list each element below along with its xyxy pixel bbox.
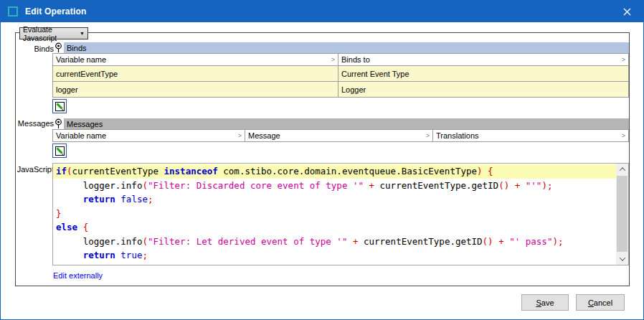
table-row[interactable]: currentEventTypeCurrent Event Type xyxy=(53,65,628,81)
binds-label: Binds xyxy=(1,44,54,53)
code-line[interactable]: logger.info("Filter: Discarded core even… xyxy=(53,179,616,193)
code-editor-lines: if(currentEventType instanceof com.stibo… xyxy=(53,164,616,265)
column-chevron-icon: > xyxy=(426,132,430,139)
column-chevron-icon: > xyxy=(622,56,625,63)
column-header-variable-name[interactable]: Variable name > xyxy=(53,130,245,141)
table-row[interactable]: loggerLogger xyxy=(53,81,628,97)
edit-pencil-icon xyxy=(55,101,65,112)
scrollbar-thumb[interactable] xyxy=(617,176,628,252)
column-label: Variable name xyxy=(56,131,106,140)
window-title: Edit Operation xyxy=(25,6,86,17)
column-header-message[interactable]: Message > xyxy=(245,130,433,141)
column-label: Binds to xyxy=(341,55,370,64)
pin-icon xyxy=(52,42,64,53)
operation-type-value: Evaluate Javascript xyxy=(23,25,80,42)
binds-section-header[interactable]: Binds xyxy=(52,42,629,53)
chevron-up-icon xyxy=(619,167,625,173)
column-chevron-icon: > xyxy=(622,132,625,139)
column-chevron-icon: > xyxy=(238,132,242,139)
save-button[interactable]: Save xyxy=(521,294,569,311)
code-line[interactable]: else { xyxy=(53,220,616,235)
code-line[interactable]: } xyxy=(53,263,616,266)
javascript-code-editor[interactable]: if(currentEventType instanceof com.stibo… xyxy=(52,163,629,265)
messages-table: Variable name > Message > Translations > xyxy=(52,129,629,142)
column-header-binds-to[interactable]: Binds to > xyxy=(338,54,628,65)
chevron-down-icon xyxy=(619,255,625,260)
titlebar: Edit Operation xyxy=(1,1,643,22)
binds-header-row: Variable name > Binds to > xyxy=(53,54,628,65)
close-button[interactable] xyxy=(611,1,643,22)
pin-icon xyxy=(52,118,64,129)
edit-pencil-icon xyxy=(55,146,65,156)
cancel-button[interactable]: Cancel xyxy=(576,294,625,311)
table-cell: logger xyxy=(53,82,338,97)
code-line[interactable]: } xyxy=(53,207,616,221)
app-icon xyxy=(8,6,18,17)
javascript-label: JavaScript xyxy=(1,165,54,174)
table-cell: currentEventType xyxy=(53,66,338,81)
scroll-up-button[interactable] xyxy=(616,164,628,175)
column-header-variable-name[interactable]: Variable name > xyxy=(53,54,338,65)
scroll-down-button[interactable] xyxy=(616,253,628,265)
column-label: Variable name xyxy=(56,55,106,64)
close-icon xyxy=(623,8,631,16)
code-line[interactable]: return false; xyxy=(53,192,616,207)
code-line[interactable]: logger.info("Filter: Let derived event o… xyxy=(53,235,616,249)
column-chevron-icon: > xyxy=(331,56,335,63)
vertical-scrollbar[interactable] xyxy=(616,164,628,265)
column-label: Translations xyxy=(436,131,479,140)
messages-section-title: Messages xyxy=(64,118,629,129)
table-cell: Current Event Type xyxy=(338,66,628,81)
code-line[interactable]: return true; xyxy=(53,248,616,263)
binds-table: Variable name > Binds to > currentEventT… xyxy=(52,53,629,98)
edit-operation-dialog: Edit Operation Evaluate Javascript ▼ Bin… xyxy=(0,0,644,320)
code-line[interactable]: if(currentEventType instanceof com.stibo… xyxy=(53,164,616,179)
messages-edit-button[interactable] xyxy=(52,143,67,158)
chevron-down-icon: ▼ xyxy=(80,31,85,36)
binds-edit-button[interactable] xyxy=(52,99,67,113)
column-label: Message xyxy=(248,131,280,140)
column-header-translations[interactable]: Translations > xyxy=(433,130,628,141)
table-cell: Logger xyxy=(338,82,628,97)
operation-type-dropdown[interactable]: Evaluate Javascript ▼ xyxy=(19,27,88,39)
binds-rows: currentEventTypeCurrent Event Typelogger… xyxy=(53,65,628,97)
edit-externally-link[interactable]: Edit externally xyxy=(53,271,103,280)
messages-label: Messages xyxy=(1,119,54,128)
messages-section-header[interactable]: Messages xyxy=(52,118,629,129)
messages-header-row: Variable name > Message > Translations > xyxy=(53,130,628,141)
binds-section-title: Binds xyxy=(64,42,629,53)
